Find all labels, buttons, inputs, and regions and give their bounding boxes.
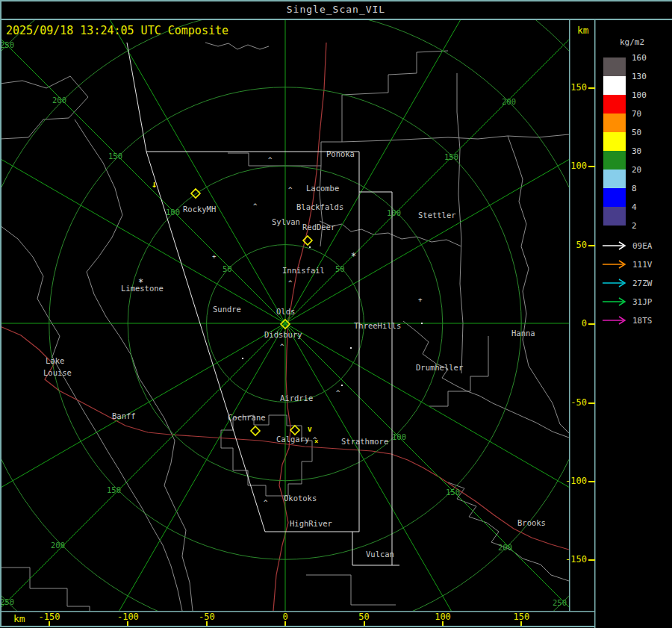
legend-swatch: [603, 132, 626, 151]
legend-swatch: [603, 114, 626, 132]
legend-panel: kg/m2 1601301007050302084209EA111V27ZW31…: [595, 20, 672, 628]
site-arrow-icon: [602, 279, 627, 287]
legend-swatch: [603, 95, 626, 114]
right-axis-label: 50: [576, 240, 587, 250]
bottom-axis: km -150-100-50050100150: [0, 612, 595, 626]
radar-site-marker: [290, 426, 299, 435]
city-label-highriver: HighRiver: [290, 519, 332, 528]
legend-unit-label: kg/m2: [620, 37, 644, 47]
radar-display-window: 5010015020025050100150200100150200250150…: [0, 0, 672, 628]
range-ring-label: 250: [0, 40, 14, 49]
city-label-stettler: Stettler: [418, 211, 456, 220]
peak-marker: ^: [280, 343, 284, 350]
legend-site-row: 09EA: [602, 240, 671, 252]
bottom-axis-label: 100: [435, 612, 451, 622]
bottom-axis-label: -100: [117, 612, 139, 622]
bottom-axis-tick: [127, 621, 128, 626]
range-ring-label: 50: [223, 264, 232, 273]
city-label-vulcan: Vulcan: [366, 550, 394, 559]
legend-scale-value: 130: [632, 72, 647, 81]
city-label-blackfalds: Blackfalds: [296, 202, 343, 211]
site-id-label: 09EA: [632, 241, 653, 251]
city-label-rockymh: RockyMH: [183, 205, 216, 214]
city-label-didsbury: Didsbury: [264, 330, 302, 339]
range-ring-label: 150: [107, 485, 121, 494]
bottom-axis-label: 150: [514, 612, 530, 622]
legend-scale-value: 30: [632, 146, 641, 156]
legend-swatch: [603, 151, 626, 170]
range-ring-label: 150: [446, 488, 460, 497]
yellow-symbol-marker: ×: [314, 438, 318, 445]
legend-swatch: [603, 76, 626, 95]
bottom-axis-label: 50: [358, 612, 369, 622]
range-ring-label: 200: [498, 543, 512, 552]
legend-swatch: [603, 170, 626, 188]
right-axis-tick: [588, 166, 595, 167]
city-label-cochrane: Cochrane: [228, 413, 266, 422]
bottom-axis-tick: [49, 621, 50, 626]
site-arrow-icon: [602, 241, 627, 250]
bottom-axis-unit: km: [13, 613, 25, 624]
right-axis-unit: km: [577, 25, 589, 36]
legend-scale-value: 8: [632, 184, 637, 193]
right-axis-label: 0: [582, 318, 587, 329]
legend-site-row: 18TS: [602, 314, 671, 326]
legend-swatch: [603, 207, 626, 226]
bottom-axis-tick: [442, 621, 444, 626]
yellow-symbol-marker: v: [308, 425, 312, 433]
peak-marker: ^: [268, 156, 273, 164]
bottom-axis-tick: [284, 621, 286, 626]
city-label-ponoka: Ponoka: [326, 149, 355, 158]
range-ring-label: 200: [52, 96, 66, 105]
bottom-axis-tick: [364, 621, 365, 626]
peak-marker: ^: [253, 202, 258, 210]
peak-marker: ^: [336, 389, 340, 397]
city-label-brooks: Brooks: [517, 518, 546, 527]
legend-scale-value: 70: [632, 109, 641, 119]
star-marker: *: [351, 251, 356, 261]
legend-site-row: 111V: [602, 258, 671, 270]
range-ring-label: 100: [392, 432, 406, 441]
legend-site-row: 27ZW: [602, 277, 671, 289]
city-label-calgary: Calgary: [276, 435, 309, 444]
city-label-reddeer: RedDeer: [302, 223, 335, 231]
dot-marker: [309, 246, 311, 248]
range-ring-label: 100: [387, 208, 401, 217]
city-label-lake: Lake: [46, 356, 64, 365]
range-ring-label: 100: [166, 208, 180, 217]
dot-marker: [350, 347, 352, 349]
site-id-label: 111V: [632, 260, 653, 270]
star-marker: *: [138, 277, 143, 287]
plus-marker: +: [418, 296, 423, 303]
right-axis-tick: [588, 481, 595, 482]
peak-marker: ^: [288, 279, 293, 287]
roads: [0, 43, 569, 611]
bottom-axis-label: 0: [283, 612, 288, 622]
right-axis-label: -150: [565, 554, 587, 565]
city-label-sylvan: Sylvan: [272, 217, 300, 226]
right-axis-label: 150: [570, 82, 587, 93]
city-label-olds: Olds: [276, 307, 295, 316]
bottom-axis-label: -50: [199, 612, 215, 622]
range-ring-label: 200: [51, 541, 65, 550]
plus-marker: +: [212, 252, 217, 260]
bottom-axis-label: -150: [39, 612, 60, 622]
range-ring-label: 200: [502, 97, 516, 106]
site-arrow-icon: [602, 316, 627, 325]
dot-marker: [341, 385, 343, 386]
city-label-sundre: Sundre: [213, 305, 241, 314]
range-ring-label: 250: [0, 597, 14, 606]
dot-marker: [421, 323, 423, 324]
city-label-drumheller: Drumheller: [416, 363, 463, 372]
county-boundaries: [0, 43, 569, 611]
city-label-okotoks: Okotoks: [284, 494, 317, 503]
right-axis-tick: [588, 323, 595, 325]
range-ring-label: 50: [335, 264, 345, 273]
right-axis-tick: [588, 559, 595, 561]
right-axis-label: -50: [570, 397, 587, 408]
scan-sector-outline: [127, 43, 399, 565]
legend-site-row: 31JP: [602, 296, 671, 308]
legend-scale-value: 100: [632, 90, 647, 100]
range-ring-label: 150: [108, 152, 122, 161]
city-label-hanna: Hanna: [511, 329, 535, 338]
